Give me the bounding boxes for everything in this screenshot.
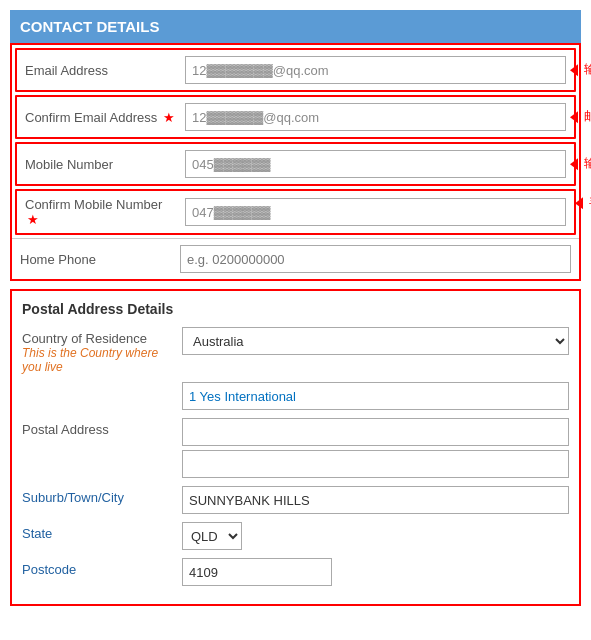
postal-section-title: Postal Address Details — [22, 301, 569, 317]
postal-section: Postal Address Details Country of Reside… — [10, 289, 581, 606]
postal-label-text: Postal Address — [22, 418, 182, 437]
section-header: CONTACT DETAILS — [10, 10, 581, 43]
home-phone-row: Home Phone — [12, 238, 579, 279]
state-row: State QLD NSW VIC WA SA TAS ACT NT — [22, 522, 569, 550]
mobile-row: Mobile Number 输入手机号码 — [15, 142, 576, 186]
confirm-email-row: Confirm Email Address ★ 邮箱双重认证 — [15, 95, 576, 139]
state-select[interactable]: QLD NSW VIC WA SA TAS ACT NT — [182, 522, 242, 550]
mobile-input[interactable] — [185, 150, 566, 178]
postal-address-label — [22, 382, 182, 386]
confirm-email-annotation: 邮箱双重认证 — [584, 109, 591, 125]
suburb-label: Suburb/Town/City — [22, 486, 182, 505]
state-field-group: QLD NSW VIC WA SA TAS ACT NT — [182, 522, 242, 550]
country-row: Country of Residence This is the Country… — [22, 327, 569, 374]
state-label: State — [22, 522, 182, 541]
postal-address-label-row: Postal Address — [22, 418, 569, 478]
address-line1-input[interactable] — [182, 382, 569, 410]
postal-address-fields — [182, 382, 569, 410]
section-title: CONTACT DETAILS — [20, 18, 159, 35]
confirm-mobile-label: Confirm Mobile Number ★ — [25, 197, 185, 227]
suburb-input[interactable] — [182, 486, 569, 514]
home-phone-input[interactable] — [180, 245, 571, 273]
postcode-row: Postcode — [22, 558, 569, 586]
contact-form: Email Address 输入邮箱 Confirm Email Address… — [10, 43, 581, 281]
address-line3-input[interactable] — [182, 450, 569, 478]
postal-address-fields2 — [182, 418, 569, 478]
email-row: Email Address 输入邮箱 — [15, 48, 576, 92]
mobile-label: Mobile Number — [25, 157, 185, 172]
page-wrapper: CONTACT DETAILS Email Address 输入邮箱 Confi… — [0, 0, 591, 616]
address-line2-input[interactable] — [182, 418, 569, 446]
confirm-mobile-row: Confirm Mobile Number ★ 手机号码双重认证 — [15, 189, 576, 235]
postal-address-row — [22, 382, 569, 410]
confirm-mobile-input[interactable] — [185, 198, 566, 226]
required-star-email: ★ — [163, 110, 175, 125]
country-select[interactable]: Australia China United States Other — [182, 327, 569, 355]
email-annotation: 输入邮箱 — [584, 62, 591, 78]
email-label: Email Address — [25, 63, 185, 78]
country-label: Country of Residence This is the Country… — [22, 327, 182, 374]
confirm-email-input[interactable] — [185, 103, 566, 131]
home-phone-label: Home Phone — [20, 252, 180, 267]
mobile-annotation: 输入手机号码 — [584, 156, 591, 172]
suburb-row: Suburb/Town/City — [22, 486, 569, 514]
postcode-label: Postcode — [22, 558, 182, 577]
postcode-input[interactable] — [182, 558, 332, 586]
required-star-mobile: ★ — [27, 212, 39, 227]
confirm-email-label: Confirm Email Address ★ — [25, 110, 185, 125]
email-input[interactable] — [185, 56, 566, 84]
